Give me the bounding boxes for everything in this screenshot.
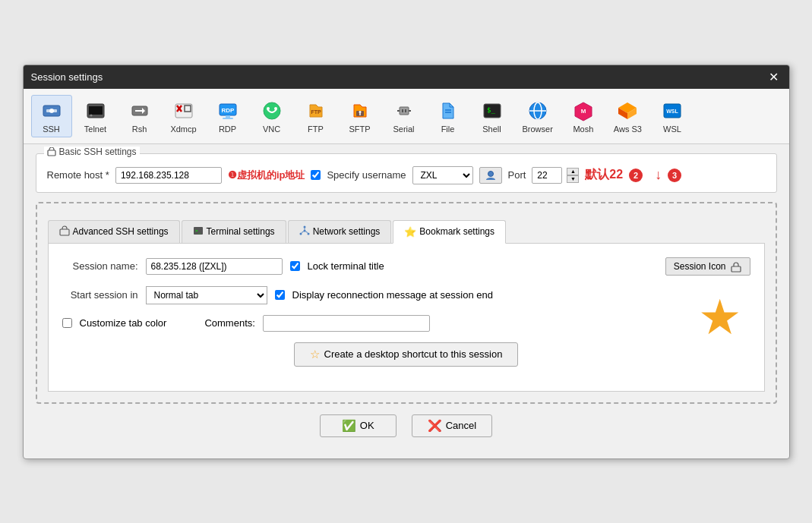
annotation-badge-2: 2 [629, 169, 643, 182]
protocol-awss3[interactable]: Aws S3 [607, 95, 649, 137]
main-content: Basic SSH settings Remote host * ❶虚拟机的ip… [24, 144, 789, 458]
session-icon-button[interactable]: Session Icon [665, 257, 750, 276]
title-bar: Session settings ✕ [24, 65, 789, 89]
protocol-rsh[interactable]: Rsh [119, 95, 160, 137]
shell-icon: $_ [480, 99, 504, 123]
tab-bookmark-label: Bookmark settings [419, 226, 494, 237]
protocol-rdp-label: RDP [219, 124, 236, 134]
remote-host-label: Remote host * [47, 169, 109, 181]
ftp-icon: FTP [304, 99, 328, 123]
protocol-sftp[interactable]: SFTP [340, 95, 381, 137]
sftp-icon [348, 99, 372, 123]
terminal-icon: >_ [193, 225, 204, 238]
protocol-serial-label: Serial [393, 124, 414, 134]
protocol-file[interactable]: File [428, 95, 469, 137]
create-shortcut-button[interactable]: ☆ Create a desktop shortcut to this sess… [294, 342, 519, 367]
cancel-button[interactable]: ❌ Cancel [412, 414, 492, 437]
session-settings-dialog: Session settings ✕ SSH Telnet Rsh X [23, 65, 790, 459]
protocol-xdmcp[interactable]: Xdmcp [163, 95, 204, 137]
port-up-btn[interactable]: ▲ [567, 168, 579, 175]
default22-annotation: 默认22 [585, 167, 623, 183]
customize-comments-row: Customize tab color Comments: [62, 315, 750, 332]
awss3-icon [615, 99, 640, 123]
annotation-1: ❶虚拟机的ip地址 [228, 169, 305, 182]
protocol-rdp[interactable]: RDP RDP [207, 95, 248, 137]
advanced-ssh-icon [59, 225, 70, 238]
protocol-shell[interactable]: $_ Shell [472, 95, 513, 137]
svg-rect-24 [400, 107, 409, 115]
basic-ssh-group-title: Basic SSH settings [44, 147, 140, 157]
telnet-icon [84, 99, 108, 123]
protocol-serial[interactable]: Serial [384, 95, 425, 137]
svg-point-49 [303, 225, 305, 228]
dialog-title: Session settings [31, 71, 103, 83]
close-button[interactable]: ✕ [766, 70, 782, 84]
display-reconnect-label[interactable]: Display reconnection message at session … [292, 289, 493, 301]
ok-icon: ✅ [342, 419, 356, 433]
customize-tab-label[interactable]: Customize tab color [80, 317, 167, 329]
svg-point-17 [264, 102, 280, 119]
svg-point-44 [488, 171, 493, 176]
protocol-vnc[interactable]: VNC [251, 95, 292, 137]
protocol-mosh[interactable]: M Mosh [563, 95, 604, 137]
svg-rect-28 [405, 109, 406, 112]
username-select[interactable]: ZXL [412, 166, 473, 184]
file-icon [436, 99, 460, 123]
protocol-xdmcp-label: Xdmcp [170, 124, 196, 134]
wsl-icon: WSL [660, 99, 684, 123]
port-label: Port [508, 169, 526, 181]
bookmark-panel: ★ Session name: Lock terminal title Sess… [48, 244, 765, 392]
shortcut-icon: ☆ [310, 348, 320, 361]
svg-rect-15 [223, 118, 233, 119]
customize-tab-checkbox[interactable] [62, 318, 72, 328]
basic-ssh-title-text: Basic SSH settings [59, 147, 137, 157]
ssh-icon [39, 99, 64, 123]
protocol-ftp[interactable]: FTP FTP [295, 95, 336, 137]
port-down-btn[interactable]: ▼ [567, 175, 579, 183]
svg-line-54 [305, 231, 308, 232]
start-session-select[interactable]: Normal tab New window Floating window [146, 286, 267, 304]
protocol-wsl[interactable]: WSL WSL [652, 95, 693, 137]
specify-username-label[interactable]: Specify username [327, 169, 406, 181]
protocol-browser[interactable]: Browser [516, 95, 560, 137]
display-reconnect-checkbox[interactable] [275, 290, 285, 300]
comments-input[interactable] [263, 315, 430, 332]
svg-point-50 [299, 232, 302, 235]
tab-advanced-ssh[interactable]: Advanced SSH settings [48, 220, 180, 243]
protocol-telnet[interactable]: Telnet [75, 95, 116, 137]
basic-ssh-group: Basic SSH settings Remote host * ❶虚拟机的ip… [36, 153, 777, 193]
ok-button[interactable]: ✅ OK [320, 414, 397, 437]
svg-text:FTP: FTP [311, 109, 321, 115]
tab-network[interactable]: Network settings [288, 220, 392, 243]
start-session-row: Start session in Normal tab New window F… [62, 286, 750, 304]
protocol-vnc-label: VNC [263, 124, 280, 134]
lock-terminal-label[interactable]: Lock terminal title [308, 260, 384, 272]
protocol-sftp-label: SFTP [349, 124, 370, 134]
cancel-icon: ❌ [428, 419, 442, 433]
svg-rect-55 [731, 266, 741, 272]
port-input[interactable] [532, 167, 562, 184]
remote-host-input[interactable] [115, 167, 222, 184]
protocol-shell-label: Shell [482, 124, 501, 134]
rdp-icon: RDP [216, 99, 240, 123]
sub-tabs-region: Advanced SSH settings >_ Terminal settin… [36, 202, 777, 404]
svg-rect-14 [226, 115, 230, 118]
comments-label: Comments: [204, 317, 254, 329]
browser-icon [526, 99, 550, 123]
protocol-browser-label: Browser [523, 124, 553, 134]
session-name-input[interactable] [146, 258, 283, 275]
bottom-bar: ✅ OK ❌ Cancel [36, 404, 777, 449]
lock-terminal-checkbox[interactable] [290, 261, 300, 271]
protocol-file-label: File [441, 124, 455, 134]
tab-terminal[interactable]: >_ Terminal settings [182, 220, 286, 243]
username-icon-btn[interactable] [479, 167, 502, 184]
tab-bookmark[interactable]: ⭐ Bookmark settings [393, 220, 506, 244]
start-session-label: Start session in [62, 289, 138, 301]
specify-username-checkbox[interactable] [311, 170, 321, 180]
xdmcp-icon [172, 99, 196, 123]
svg-rect-45 [60, 229, 69, 235]
session-icon-btn-label: Session Icon [674, 261, 726, 272]
annotation-badge-3: 3 [668, 169, 681, 182]
protocol-ssh[interactable]: SSH [31, 95, 72, 137]
basic-settings-row: Remote host * ❶虚拟机的ip地址 Specify username… [47, 162, 766, 184]
